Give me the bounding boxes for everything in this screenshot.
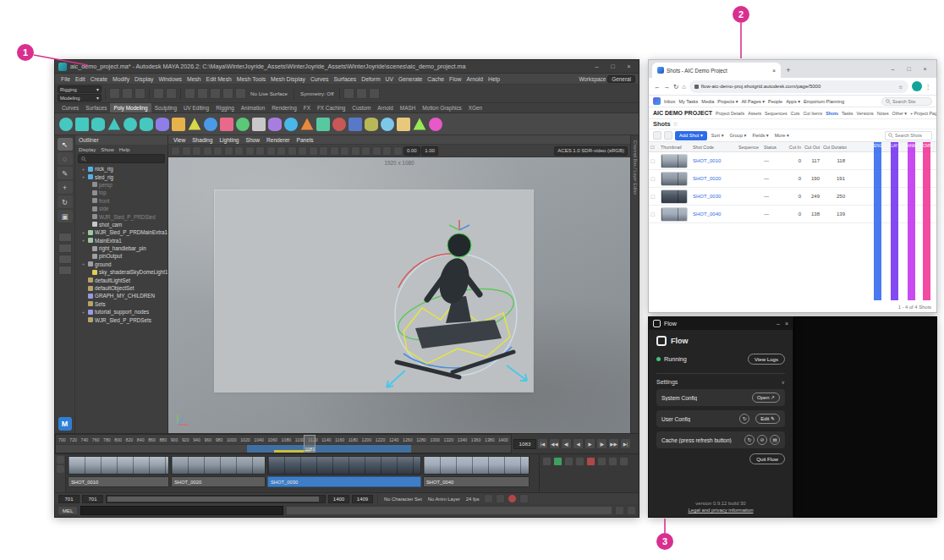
new-tab-button[interactable]: +	[782, 64, 794, 76]
project-nav-link[interactable]: Tasks	[842, 111, 853, 116]
bookmark-star-icon[interactable]: ☆	[898, 84, 903, 90]
shelf-tool-icon[interactable]	[284, 118, 298, 131]
menu-item[interactable]: Arnold	[464, 76, 486, 82]
edit-user-config-button[interactable]: Edit ✎	[755, 414, 780, 424]
pipeline-status-column[interactable]: ENG	[874, 142, 881, 300]
outliner-item[interactable]: side	[75, 205, 167, 212]
workspace-dropdown[interactable]: Modeling▾	[58, 94, 102, 102]
command-input[interactable]	[80, 506, 283, 515]
pipeline-status-column[interactable]: CMP	[923, 142, 930, 300]
sequencer-camera-icon[interactable]	[57, 456, 64, 464]
outliner-item[interactable]: WJR_Sled_P_PRDSled	[75, 212, 167, 220]
nav-item[interactable]: My Tasks	[678, 99, 698, 104]
row-checkbox[interactable]: ☐	[649, 194, 659, 200]
shelf-tool-icon[interactable]	[75, 118, 89, 131]
menu-item[interactable]: Surfaces	[331, 76, 359, 82]
favorite-star-icon[interactable]: ☆	[673, 121, 678, 128]
toolbar-button[interactable]: Group ▾	[727, 133, 748, 138]
browser-tab[interactable]: Shots - AIC Demo Project ×	[652, 63, 781, 78]
outliner-item[interactable]: GRAPH_MY_CHILDREN	[75, 292, 167, 299]
safe-action-icon[interactable]	[298, 146, 307, 156]
project-nav-link[interactable]: Other ▾	[892, 111, 907, 116]
shot-clip[interactable]: SHOT_0030	[267, 476, 421, 487]
outliner-item[interactable]: shot_cam	[75, 221, 167, 228]
menu-item[interactable]: Edit	[73, 76, 88, 82]
shot-thumbnail-cell[interactable]	[659, 154, 691, 168]
gamma-field[interactable]: 1.00	[421, 146, 438, 156]
render-icon[interactable]	[343, 88, 354, 99]
shot-clip[interactable]: SHOT_0040	[423, 476, 530, 487]
shelf-tab[interactable]: UV Editing	[180, 103, 212, 113]
project-nav-link[interactable]: Sequences	[765, 111, 788, 116]
project-nav-link[interactable]: + Project Pages	[910, 111, 936, 116]
project-nav-link[interactable]: Cut Items	[804, 111, 823, 116]
maximize-button[interactable]: □	[605, 60, 621, 73]
nav-item[interactable]: Projects ▾	[717, 99, 738, 104]
project-nav-link[interactable]: Shots	[826, 111, 838, 116]
shot-thumbnail[interactable]	[661, 189, 688, 204]
project-nav-link[interactable]: Project Details	[716, 111, 744, 116]
textured-icon[interactable]	[340, 146, 349, 156]
row-checkbox[interactable]: ☐	[649, 176, 659, 182]
row-checkbox[interactable]: ☐	[649, 211, 659, 217]
back-icon[interactable]: ←	[654, 83, 661, 91]
animation-end-field[interactable]: 1409	[352, 495, 373, 503]
sequencer-zoom-icon[interactable]	[608, 457, 617, 466]
undo-icon[interactable]	[153, 88, 164, 99]
persp-outliner-layout-icon[interactable]	[58, 255, 72, 264]
shelf-tool-icon[interactable]	[156, 118, 169, 131]
sequencer-layout-icon[interactable]	[564, 457, 574, 466]
play-forwards-button[interactable]: ▶	[585, 438, 595, 449]
anim-layer-dropdown[interactable]: No Anim Layer	[426, 497, 462, 502]
column-header[interactable]: Thumbnail	[659, 145, 691, 150]
maximize-button[interactable]: □	[901, 63, 917, 75]
animation-start-field[interactable]: 701	[58, 495, 80, 503]
shelf-tab[interactable]: Surfaces	[82, 103, 110, 113]
shelf-tool-icon[interactable]	[188, 118, 201, 131]
shelf-tab[interactable]: Poly Modeling	[110, 103, 151, 113]
shot-thumbnail[interactable]	[661, 154, 688, 168]
menu-item[interactable]: Cache	[425, 76, 447, 82]
shot-thumbnail-cell[interactable]	[659, 189, 691, 204]
shelf-tool-icon[interactable]	[91, 118, 105, 131]
viewport-menu-item[interactable]: Show	[246, 137, 261, 143]
time-ruler[interactable]: 7007207407607808008208408608809009209409…	[55, 434, 512, 453]
column-header[interactable]: Status	[762, 145, 784, 150]
anti-aliasing-icon[interactable]	[393, 146, 403, 156]
shelf-tool-icon[interactable]	[349, 118, 362, 131]
lock-camera-icon[interactable]	[182, 146, 191, 156]
minimize-button[interactable]: –	[777, 321, 780, 327]
viewport-menu-item[interactable]: Shading	[192, 137, 212, 143]
menu-item[interactable]: Mesh Tools	[234, 76, 268, 82]
workspace-selector[interactable]: Workspace General	[579, 75, 639, 83]
step-back-key-button[interactable]: ◀|	[561, 438, 572, 449]
close-button[interactable]: ×	[917, 63, 933, 75]
select-camera-icon[interactable]	[171, 146, 180, 156]
shelf-tool-icon[interactable]	[300, 118, 314, 131]
outliner-menu-item[interactable]: Help	[119, 146, 130, 152]
outliner-item[interactable]: front	[75, 197, 167, 205]
move-tool-icon[interactable]: +	[58, 181, 73, 194]
step-back-frame-button[interactable]: ◀◀	[549, 438, 560, 449]
shot-code-link[interactable]: SHOT_0020	[691, 176, 737, 181]
legal-link[interactable]: Legal and privacy information	[656, 508, 785, 513]
single-pane-layout-icon[interactable]	[58, 233, 72, 242]
thumbnail-view-icon[interactable]	[664, 131, 672, 140]
shelf-tool-icon[interactable]	[268, 118, 282, 131]
menu-item[interactable]: Windows	[156, 76, 184, 82]
expander-icon[interactable]: +	[80, 238, 86, 243]
refresh-user-config-icon[interactable]: ↻	[739, 414, 749, 424]
close-button[interactable]: ×	[621, 60, 637, 73]
lighting-icon[interactable]	[351, 146, 360, 156]
sequencer-snap-icon[interactable]	[575, 457, 585, 466]
status-cell[interactable]: —	[762, 158, 784, 163]
grease-pencil-icon[interactable]	[234, 146, 244, 156]
shelf-tool-icon[interactable]	[413, 118, 426, 131]
shots-search-input[interactable]	[895, 133, 929, 138]
nav-item[interactable]: Media	[701, 99, 714, 104]
terminal-window[interactable]	[793, 316, 937, 518]
tab-close-icon[interactable]: ×	[772, 68, 776, 74]
image-plane-icon[interactable]	[213, 146, 222, 156]
menu-item[interactable]: Flow	[447, 76, 464, 82]
outliner-item[interactable]: top	[75, 189, 167, 196]
